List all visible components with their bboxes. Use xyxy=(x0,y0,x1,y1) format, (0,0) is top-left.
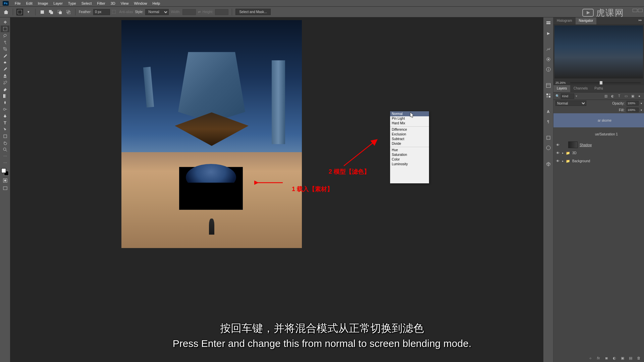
filter-toggle-icon[interactable]: ● xyxy=(637,94,642,99)
layer-row[interactable]: 👁 ▸ 📁 Background xyxy=(553,157,644,165)
dropdown-item[interactable]: Hard Mix xyxy=(390,121,429,126)
menu-edit[interactable]: Edit xyxy=(23,1,35,6)
zoom-slider[interactable] xyxy=(570,82,641,83)
marquee-tool-icon[interactable] xyxy=(1,25,9,32)
filter-type-icon[interactable]: T xyxy=(616,94,622,99)
filter-smart-icon[interactable]: ▣ xyxy=(630,94,635,99)
properties-panel-icon[interactable] xyxy=(545,82,552,89)
layer-name[interactable]: Shadow xyxy=(580,143,642,147)
adj-layer-icon[interactable]: ◐ xyxy=(612,355,617,361)
subtract-selection-icon[interactable] xyxy=(56,9,63,15)
info-panel-icon[interactable]: i xyxy=(545,66,552,73)
layer-row[interactable]: ue/Saturation 1 xyxy=(553,127,644,141)
blur-tool-icon[interactable] xyxy=(1,99,9,106)
layer-thumbnail[interactable] xyxy=(568,141,578,148)
filter-pixel-icon[interactable]: ▧ xyxy=(603,94,608,99)
history-brush-tool-icon[interactable] xyxy=(1,79,9,86)
navigator-panel[interactable]: 25.26% xyxy=(553,25,644,85)
search-icon[interactable]: 🔍 xyxy=(555,94,559,98)
color-swatch[interactable] xyxy=(1,168,9,176)
placed-image[interactable] xyxy=(179,167,243,210)
layers-list[interactable]: ar skome ue/Saturation 1 👁 Shadow 👁 ▸ 📁 … xyxy=(553,113,644,354)
navigator-thumbnail[interactable] xyxy=(554,25,643,78)
more-icon[interactable]: ⋯ xyxy=(1,160,9,166)
layer-fx-icon[interactable]: fx xyxy=(596,355,601,361)
character-panel-icon[interactable]: A xyxy=(545,108,552,115)
eyedropper-tool-icon[interactable] xyxy=(1,52,9,59)
canvas-area[interactable] xyxy=(10,17,543,362)
intersect-selection-icon[interactable] xyxy=(65,9,72,15)
history-panel-icon[interactable] xyxy=(545,19,552,27)
hand-tool-icon[interactable] xyxy=(1,139,9,146)
visibility-icon[interactable]: 👁 xyxy=(555,151,560,155)
libraries-panel-icon[interactable] xyxy=(545,134,552,141)
new-layer-icon[interactable]: ▤ xyxy=(628,355,633,361)
shape-tool-icon[interactable] xyxy=(1,133,9,139)
zoom-tool-icon[interactable] xyxy=(1,146,9,153)
delete-layer-icon[interactable]: 🗑 xyxy=(636,355,641,361)
gradient-tool-icon[interactable] xyxy=(1,93,9,99)
actions-panel-icon[interactable]: ▶ xyxy=(545,29,552,37)
dropdown-item[interactable]: Normal xyxy=(390,111,429,116)
expand-icon[interactable]: ▸ xyxy=(562,152,564,155)
dropdown-item[interactable]: Luminosity xyxy=(390,162,429,167)
edit-toolbar-icon[interactable]: ⋯ xyxy=(1,153,9,160)
document-canvas[interactable] xyxy=(121,20,302,248)
quick-select-tool-icon[interactable] xyxy=(1,39,9,46)
dropdown-item[interactable]: Pin Light xyxy=(390,116,429,121)
healing-tool-icon[interactable] xyxy=(1,59,9,66)
menu-3d[interactable]: 3D xyxy=(108,1,118,6)
home-icon[interactable] xyxy=(3,9,9,15)
tab-layers[interactable]: Layers xyxy=(553,85,570,92)
feather-input[interactable] xyxy=(93,9,110,15)
group-icon[interactable]: ▣ xyxy=(620,355,625,361)
screen-mode-icon[interactable] xyxy=(1,185,9,192)
dropdown-item[interactable]: Exclusion xyxy=(390,132,429,137)
tab-histogram[interactable]: Histogram xyxy=(553,17,576,24)
layer-row[interactable]: 👁 ▸ 📁 3D xyxy=(553,149,644,157)
dropdown-item[interactable]: Divide xyxy=(390,141,429,146)
color-panel-icon[interactable] xyxy=(545,144,552,152)
styles-panel-icon[interactable] xyxy=(545,56,552,63)
select-and-mask-button[interactable]: Select and Mask... xyxy=(235,9,270,15)
link-layers-icon[interactable]: ⟐ xyxy=(588,355,593,361)
dropdown-item[interactable]: Saturation xyxy=(390,153,429,157)
blend-mode-dropdown[interactable]: Normal Pin Light Hard Mix Difference Exc… xyxy=(390,111,429,183)
visibility-icon[interactable]: 👁 xyxy=(555,159,560,163)
style-select[interactable]: Normal xyxy=(145,9,169,15)
tab-paths[interactable]: Paths xyxy=(591,85,606,92)
swatches-panel-icon[interactable] xyxy=(545,92,552,99)
menu-select[interactable]: Select xyxy=(79,1,95,6)
dropdown-item[interactable]: Difference xyxy=(390,127,429,132)
type-tool-icon[interactable]: T xyxy=(1,119,9,126)
dropdown-item[interactable]: Subtract xyxy=(390,137,429,141)
chevron-down-icon[interactable]: ▾ xyxy=(25,9,32,15)
pen-tool-icon[interactable] xyxy=(1,113,9,119)
collapse-panels-icon[interactable]: ▸▸ xyxy=(639,18,642,22)
zoom-value[interactable]: 25.26% xyxy=(555,81,566,84)
layer-row[interactable]: 👁 Shadow xyxy=(553,141,644,149)
fill-input[interactable] xyxy=(627,108,639,112)
filter-shape-icon[interactable]: ▭ xyxy=(623,94,629,99)
brush-tool-icon[interactable] xyxy=(1,66,9,72)
layer-name[interactable]: 3D xyxy=(572,151,642,155)
tab-navigator[interactable]: Navigator xyxy=(576,17,597,24)
visibility-icon[interactable]: 👁 xyxy=(555,143,560,147)
dropdown-item[interactable]: Hue xyxy=(390,148,429,153)
crop-tool-icon[interactable] xyxy=(1,46,9,52)
opacity-input[interactable] xyxy=(627,101,639,106)
menu-window[interactable]: Window xyxy=(131,1,150,6)
filter-adjust-icon[interactable]: ◐ xyxy=(610,94,615,99)
tab-channels[interactable]: Channels xyxy=(570,85,591,92)
menu-filter[interactable]: Filter xyxy=(94,1,108,6)
menu-file[interactable]: File xyxy=(12,1,23,6)
layer-mask-icon[interactable]: ◙ xyxy=(604,355,609,361)
menu-image[interactable]: Image xyxy=(35,1,51,6)
layer-row[interactable]: ar skome xyxy=(553,113,644,127)
adjustments-panel-icon[interactable] xyxy=(545,46,552,53)
dodge-tool-icon[interactable] xyxy=(1,106,9,113)
dropdown-item[interactable]: Color xyxy=(390,157,429,162)
new-selection-icon[interactable] xyxy=(39,9,46,15)
stamp-tool-icon[interactable] xyxy=(1,72,9,79)
layer-name[interactable]: ar skome xyxy=(598,119,642,122)
